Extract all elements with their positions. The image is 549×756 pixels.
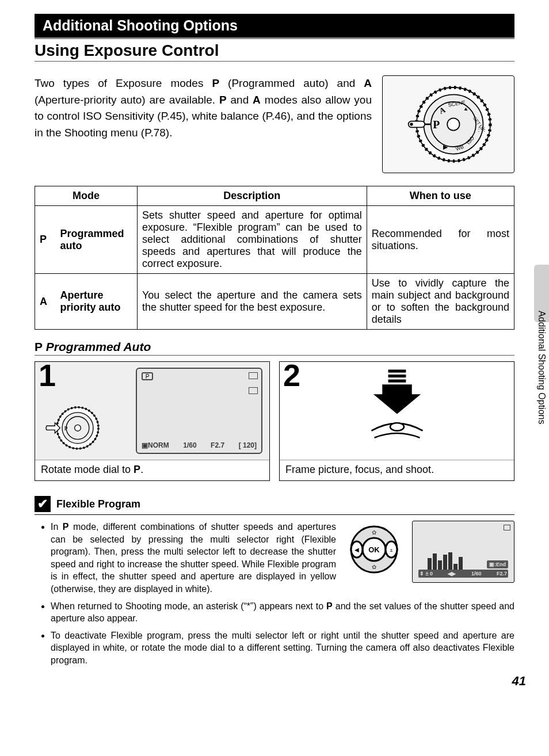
svg-rect-24 xyxy=(388,375,406,377)
section-title-bar: Additional Shooting Options xyxy=(35,14,514,39)
lcd-shutter: 1/60 xyxy=(183,441,196,449)
mode-name: Aperture priority auto xyxy=(56,274,138,330)
table-row: A Aperture priority auto You select the … xyxy=(35,274,514,330)
rec-icon: ▣NORM xyxy=(142,441,169,449)
intro-paragraph: Two types of Exposure modes P (Programme… xyxy=(35,75,372,173)
step-caption: Rotate mode dial to P. xyxy=(35,460,269,480)
a-glyph2: A xyxy=(253,94,261,106)
mode-when: Recommended for most situations. xyxy=(367,206,514,274)
step-number: 1 xyxy=(39,357,56,393)
note-title: Flexible Program xyxy=(56,498,140,510)
vr-icon xyxy=(249,387,258,394)
svg-rect-23 xyxy=(388,369,406,372)
mini-lcd-shutter: 1/60 xyxy=(471,570,482,577)
th-mode: Mode xyxy=(35,186,138,206)
svg-text:OK: OK xyxy=(368,545,380,554)
step-caption: Frame picture, focus, and shoot. xyxy=(280,460,514,480)
svg-point-15 xyxy=(410,123,413,125)
svg-point-26 xyxy=(390,423,404,431)
svg-text:±: ± xyxy=(390,547,393,553)
subheading-symbol: P xyxy=(35,340,43,353)
th-when: When to use xyxy=(367,186,514,206)
mode-symbol: P xyxy=(35,206,56,274)
subheading-text: Programmed Auto xyxy=(46,340,151,353)
manual-page: Additional Shooting Options Using Exposu… xyxy=(0,0,549,694)
lcd-mode-indicator: P xyxy=(142,372,153,380)
date-icon xyxy=(249,372,258,379)
step-2: 2 Frame picture, focus, and shoot. xyxy=(279,361,514,481)
svg-text:P: P xyxy=(64,425,68,432)
p-glyph: P xyxy=(212,77,219,89)
multi-selector-icon: OK ◀ ± ✿ ✿ xyxy=(345,521,403,578)
list-item: In P mode, different combinations of shu… xyxy=(51,521,514,595)
step-1: 1 P ▣NORM 1/60 F2.7 [ 120] xyxy=(35,361,270,481)
mini-lcd-zero: ⇕ ± 0 xyxy=(420,570,433,577)
svg-rect-25 xyxy=(388,380,406,383)
svg-text:⋮⋮: ⋮⋮ xyxy=(476,126,487,132)
mode-desc: You select the aperture and the camera s… xyxy=(137,274,367,330)
check-icon: ✔ xyxy=(35,496,51,512)
date-icon xyxy=(504,525,510,530)
mini-lcd-arrows: ◀▶ xyxy=(448,570,456,577)
camera-lcd-illustration: P ▣NORM 1/60 F2.7 [ 120] xyxy=(136,368,262,454)
page-heading: Using Exposure Control xyxy=(35,41,514,62)
mode-when: Use to vividly capture the main subject … xyxy=(367,274,514,330)
p-glyph2: P xyxy=(219,94,227,106)
subheading: P Programmed Auto xyxy=(35,340,514,356)
th-desc: Description xyxy=(137,186,367,206)
mini-dial-icon: P xyxy=(41,401,104,453)
page-number: 41 xyxy=(512,674,526,689)
a-glyph: A xyxy=(364,77,372,89)
svg-text:✿: ✿ xyxy=(372,529,376,536)
exposure-modes-table: Mode Description When to use P Programme… xyxy=(35,186,514,330)
table-row: P Programmed auto Sets shutter speed and… xyxy=(35,206,514,274)
shutter-press-icon xyxy=(363,369,432,449)
svg-text:P: P xyxy=(433,119,440,131)
mode-name: Programmed auto xyxy=(56,206,138,274)
note-list: In P mode, different combinations of shu… xyxy=(51,521,514,667)
svg-text:▶: ▶ xyxy=(443,143,448,150)
lcd-fnum: F2.7 xyxy=(211,441,224,449)
mini-lcd-illustration: ▣:End ⇕ ± 0 ◀▶ 1/60 F2.7 xyxy=(412,521,514,583)
svg-text:◀: ◀ xyxy=(354,547,359,553)
list-item: To deactivate Flexible program, press th… xyxy=(51,629,514,667)
lcd-shots: [ 120] xyxy=(239,441,257,449)
svg-point-4 xyxy=(447,118,459,130)
list-item: When returned to Shooting mode, an aster… xyxy=(51,600,514,625)
mode-symbol: A xyxy=(35,274,56,330)
mini-lcd-fnum: F2.7 xyxy=(497,570,507,577)
mode-dial-illustration: P A SCENE ▶ SET UP ⋮⋮ ISO WB ▶ xyxy=(382,75,514,173)
note-heading: ✔ Flexible Program xyxy=(35,496,514,515)
step-number: 2 xyxy=(283,357,300,393)
mode-desc: Sets shutter speed and aperture for opti… xyxy=(137,206,367,274)
histogram-icon xyxy=(428,552,463,572)
mini-lcd-end: ▣:End xyxy=(487,560,508,568)
svg-text:✿: ✿ xyxy=(372,564,376,570)
svg-point-21 xyxy=(75,425,81,431)
